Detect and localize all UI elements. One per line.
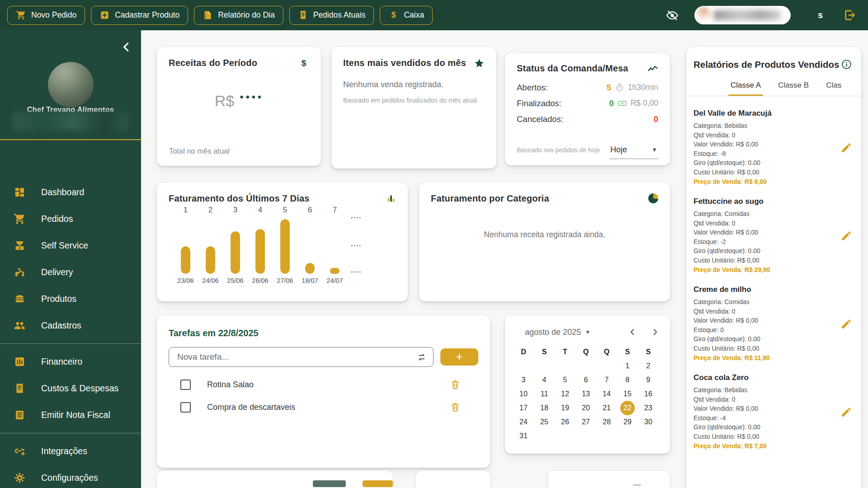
bar-date-label: 26/06 (252, 277, 268, 284)
calendar-day[interactable]: 6 (576, 376, 596, 384)
calendar-day[interactable]: 26 (555, 418, 576, 426)
hide-values-button[interactable] (665, 9, 679, 22)
calendar-day[interactable]: 7 (596, 376, 617, 384)
topbar-button-caixa[interactable]: $Caixa (380, 6, 433, 25)
period-select[interactable]: Hoje ▼ (609, 144, 658, 159)
tab-clas[interactable]: Clas (826, 81, 841, 96)
sidebar-collapse-button[interactable] (119, 40, 133, 54)
calendar-day[interactable]: 10 (513, 390, 534, 398)
edit-product-button[interactable] (840, 142, 852, 154)
calendar-day[interactable]: 2 (638, 362, 659, 370)
product-item-del-valle-de-maracuja: Del Valle de Maracujá Categoria: Bebidas… (693, 109, 854, 187)
new-task-input[interactable] (176, 352, 416, 362)
user-account-pill[interactable] (694, 6, 791, 24)
delete-task-button[interactable] (450, 379, 461, 390)
bar-slot: 3 25/06 (223, 206, 248, 284)
sidebar-item-produtos[interactable]: Produtos (0, 286, 141, 312)
calendar-day[interactable]: 12 (555, 390, 576, 398)
sidebar-item-label: Custos & Despesas (41, 383, 118, 394)
edit-pencil-icon (840, 142, 852, 154)
sidebar-item-custos-despesas[interactable]: Custos & Despesas (0, 375, 141, 402)
task-checkbox[interactable] (180, 380, 191, 390)
sidebar-item-delivery[interactable]: Delivery (0, 259, 141, 286)
calendar-day[interactable]: 13 (576, 390, 596, 398)
calendar-next-button[interactable] (650, 327, 660, 337)
card-title: Receitas do Período (169, 58, 257, 68)
calendar-day[interactable]: 19 (555, 404, 576, 412)
topbar-button-cadastrar-produto[interactable]: Cadastrar Produto (91, 6, 188, 25)
sidebar-item-cadastros[interactable]: Cadastros (0, 312, 141, 339)
calendar-day[interactable]: 21 (596, 404, 617, 412)
topbar-button-pedidos-atuais[interactable]: Pedidos Atuais (289, 6, 374, 25)
task-checkbox[interactable] (180, 402, 191, 413)
calendar-week-row: 12 (513, 359, 670, 373)
button-label: Caixa (404, 10, 424, 20)
calendar-day[interactable]: 1 (617, 362, 638, 370)
sidebar-gold-divider (0, 139, 141, 140)
calendar-day[interactable]: 15 (617, 390, 638, 398)
revenue-value: R$ ●●●● (157, 92, 321, 110)
sidebar-item-dashboard[interactable]: Dashboard (0, 179, 141, 206)
hidden-tick: ···· (351, 214, 362, 221)
product-name: Coca cola Zero (693, 373, 832, 382)
calendar-day[interactable]: 11 (534, 390, 555, 398)
add-task-button[interactable]: + (440, 348, 478, 366)
calendar-day[interactable]: 3 (513, 376, 534, 384)
calendar-day[interactable]: 14 (596, 390, 617, 398)
calendar-day[interactable]: 9 (638, 376, 659, 384)
panel-header: Relatórios de Produtos Vendidos (686, 47, 861, 70)
sidebar-item-emitir-nota-fiscal[interactable]: Emitir Nota Fiscal (0, 402, 141, 428)
status-label: Abertos: (517, 83, 548, 93)
card-calendar: agosto de 2025 ▼ DSTQQSS1234567891011121… (505, 315, 670, 454)
empty-message: Nenhuma venda registrada. (331, 80, 496, 89)
sidebar-item-label: Self Service (41, 240, 88, 251)
tab-classe-b[interactable]: Classe B (778, 81, 809, 96)
sidebar-item-configuracoes[interactable]: Configurações (0, 465, 141, 488)
product-price: Preço de Venda: R$ 29,90 (693, 265, 832, 275)
gear-icon (14, 472, 26, 484)
trend-line-icon (647, 63, 658, 74)
topbar-button-novo-pedido[interactable]: Novo Pedido (7, 6, 85, 25)
edit-product-button[interactable] (840, 318, 852, 330)
topbar-button-relatorio-do-dia[interactable]: Relatório do Dia (194, 6, 283, 25)
legend-chip-gold (363, 480, 393, 487)
calendar-day[interactable]: 24 (513, 418, 534, 426)
calendar-day[interactable]: 5 (555, 376, 576, 384)
calendar-day[interactable]: 25 (534, 418, 555, 426)
add-box-icon (99, 10, 110, 20)
info-button[interactable] (841, 59, 852, 70)
class-tabs: Classe AClasse BClas (686, 81, 861, 96)
calendar-day[interactable]: 31 (513, 432, 534, 440)
calendar-day[interactable]: 8 (617, 376, 638, 384)
sidebar-item-label: Financeiro (41, 357, 82, 367)
product-detail: Qtd Vendida: 0 (693, 395, 832, 404)
dollar-icon: $ (298, 58, 309, 69)
dashboard-icon (14, 186, 26, 198)
logout-button[interactable] (843, 9, 856, 22)
calendar-day[interactable]: 29 (617, 418, 638, 426)
calendar-day[interactable]: 27 (576, 418, 596, 426)
sidebar-item-financeiro[interactable]: Financeiro (0, 348, 141, 375)
calendar-day[interactable]: 22 (617, 401, 638, 415)
calendar-day[interactable]: 18 (534, 404, 555, 412)
calendar-day[interactable]: 30 (638, 418, 659, 426)
sidebar-item-self-service[interactable]: Self Service (0, 232, 141, 259)
tab-classe-a[interactable]: Classe A (731, 81, 761, 96)
delete-task-button[interactable] (450, 402, 461, 413)
sidebar-item-pedidos[interactable]: Pedidos (0, 206, 141, 232)
calendar-month-select[interactable]: agosto de 2025 ▼ (525, 328, 590, 337)
calendar-day[interactable]: 28 (596, 418, 617, 426)
calendar-day[interactable]: 20 (576, 404, 596, 412)
moped-icon (14, 266, 26, 278)
calendar-prev-button[interactable] (627, 327, 637, 337)
calendar-day[interactable]: 4 (534, 376, 555, 384)
topbar: Novo PedidoCadastrar ProdutoRelatório do… (0, 0, 868, 30)
calendar-day[interactable]: 17 (513, 404, 534, 412)
recurring-task-button[interactable] (416, 352, 427, 363)
trash-icon (450, 402, 461, 413)
calendar-day[interactable]: 23 (638, 404, 659, 412)
calendar-day[interactable]: 16 (638, 390, 659, 398)
edit-product-button[interactable] (840, 406, 852, 418)
edit-product-button[interactable] (840, 230, 852, 242)
sidebar-item-integracoes[interactable]: Integrações (0, 438, 141, 465)
